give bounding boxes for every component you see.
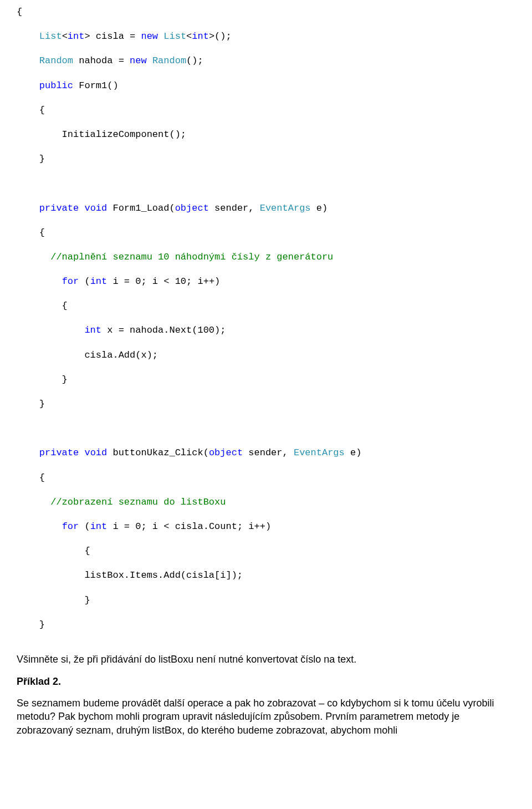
- code-block: { List<int> cisla = new List<int>(); Ran…: [17, 0, 515, 637]
- paragraph-note: Všimněte si, že při přidávání do listBox…: [17, 653, 515, 666]
- example-heading: Příklad 2.: [17, 676, 515, 688]
- paragraph-body: Se seznamem budeme provádět další operac…: [17, 696, 515, 737]
